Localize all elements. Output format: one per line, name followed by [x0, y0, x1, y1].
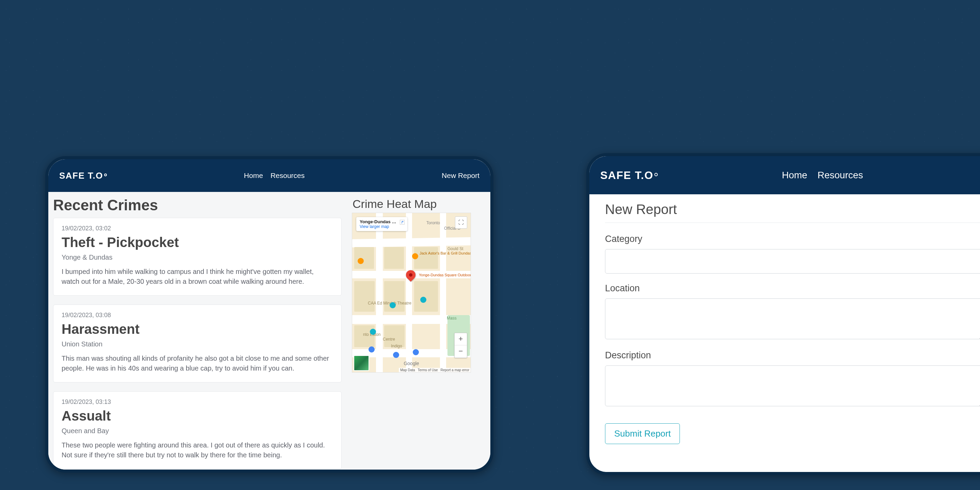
- poi-icon: [358, 258, 364, 264]
- poi-icon: [370, 329, 376, 335]
- logo-dot-icon: [104, 173, 107, 176]
- app-logo-text: SAFE T.: [600, 169, 644, 182]
- map-label: Gould St: [447, 247, 463, 251]
- google-logo: Google: [404, 361, 419, 366]
- crime-timestamp: 19/02/2023, 03:13: [62, 398, 333, 406]
- map-data-link[interactable]: Map Data: [400, 368, 415, 372]
- category-input[interactable]: [605, 249, 980, 274]
- map-label: Centre: [383, 337, 395, 342]
- location-input[interactable]: [605, 298, 980, 339]
- map-tooltip-title: Yonge-Dundas S…: [360, 219, 397, 224]
- poi-icon: [420, 297, 426, 303]
- map-label: Mass: [447, 316, 457, 321]
- app-logo: SAFE T.O: [59, 170, 107, 181]
- new-report-content: New Report Category Location Description…: [589, 194, 980, 472]
- navbar: SAFE T.O Home Resources New Report: [48, 159, 490, 192]
- map-title: Crime Heat Map: [353, 197, 485, 211]
- description-input[interactable]: [605, 366, 980, 406]
- app-logo: SAFE T.O: [600, 169, 658, 182]
- new-report-screen-frame: SAFE T.O Home Resources New Report Categ…: [586, 153, 980, 475]
- fullscreen-button[interactable]: ⛶: [455, 216, 467, 229]
- logo-dot-icon: [654, 173, 658, 176]
- nav-new-report[interactable]: New Report: [442, 172, 479, 180]
- crime-description: These two people were fighting around th…: [62, 440, 333, 460]
- crime-title: Theft - Pickpocket: [62, 235, 333, 250]
- nav-center: Home Resources: [782, 170, 863, 181]
- crime-card: 19/02/2023, 03:02 Theft - Pickpocket Yon…: [53, 218, 342, 296]
- home-screen-frame: SAFE T.O Home Resources New Report Recen…: [45, 156, 493, 473]
- poi-icon: [369, 347, 375, 353]
- crime-description: I bumped into him while walking to campu…: [62, 267, 333, 286]
- poi-icon: [412, 253, 418, 259]
- satellite-thumbnail[interactable]: [353, 355, 369, 371]
- nav-resources[interactable]: Resources: [817, 170, 863, 181]
- poi-icon: [390, 302, 396, 308]
- poi-label: Jack Astor's Bar & Grill Dundas Square: [420, 251, 471, 255]
- crime-location: Queen and Bay: [62, 427, 333, 435]
- poi-icon: [393, 352, 399, 358]
- new-report-title: New Report: [605, 202, 980, 223]
- crime-title: Harassment: [62, 321, 333, 337]
- crime-heat-map[interactable]: Toronto Official D Gould St CAA Ed Mirvi…: [352, 213, 471, 372]
- map-zoom-controls: + −: [454, 333, 467, 358]
- poi-icon: [413, 349, 419, 355]
- map-attribution: Map Data Terms of Use Report a map error: [399, 368, 471, 372]
- page-title: Recent Crimes: [53, 197, 342, 214]
- crime-card: 19/02/2023, 03:08 Harassment Union Stati…: [53, 305, 342, 382]
- zoom-in-button[interactable]: +: [455, 333, 467, 345]
- home-content: Recent Crimes 19/02/2023, 03:02 Theft - …: [48, 192, 490, 469]
- crime-location: Yonge & Dundas: [62, 253, 333, 261]
- crime-card: 19/02/2023, 03:13 Assualt Queen and Bay …: [53, 391, 342, 469]
- nav-home[interactable]: Home: [244, 172, 263, 180]
- navbar: SAFE T.O Home Resources: [589, 156, 980, 194]
- app-logo-text: SAFE T.: [59, 170, 95, 181]
- map-tooltip: Yonge-Dundas S… View larger map ↱: [356, 217, 407, 231]
- map-label: Indigo: [391, 344, 402, 348]
- submit-report-button[interactable]: Submit Report: [605, 423, 680, 444]
- nav-center: Home Resources: [244, 172, 305, 180]
- crime-location: Union Station: [62, 340, 333, 348]
- crime-timestamp: 19/02/2023, 03:08: [62, 312, 333, 319]
- description-label: Description: [605, 350, 980, 361]
- crime-timestamp: 19/02/2023, 03:02: [62, 225, 333, 232]
- view-larger-map-link[interactable]: View larger map: [360, 224, 397, 229]
- terms-link[interactable]: Terms of Use: [418, 368, 438, 372]
- report-error-link[interactable]: Report a map error: [441, 368, 469, 372]
- directions-icon[interactable]: ↱: [400, 220, 404, 224]
- location-label: Location: [605, 283, 980, 294]
- category-label: Category: [605, 234, 980, 244]
- zoom-out-button[interactable]: −: [455, 345, 467, 358]
- nav-resources[interactable]: Resources: [270, 172, 305, 180]
- poi-label: Yonge-Dundas Square Outdoor hub for live…: [419, 273, 471, 277]
- nav-home[interactable]: Home: [782, 170, 808, 181]
- map-column: Crime Heat Map Toronto Official D Gould …: [352, 194, 485, 469]
- map-label: Toronto: [426, 221, 440, 225]
- crime-description: This man was shouting all kinds of profa…: [62, 353, 333, 373]
- crime-title: Assualt: [62, 408, 333, 424]
- crimes-column: Recent Crimes 19/02/2023, 03:02 Theft - …: [53, 194, 342, 469]
